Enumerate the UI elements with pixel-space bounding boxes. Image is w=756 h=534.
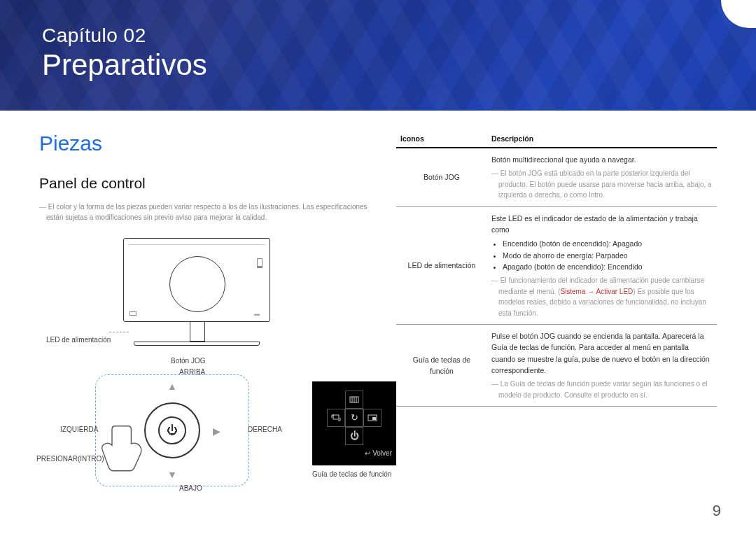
guide-refresh-icon: ↻: [345, 409, 363, 427]
chapter-banner: Capítulo 02 Preparativos: [0, 0, 756, 111]
label-right: DERECHA: [248, 426, 282, 433]
row-icon-label: Botón JOG: [396, 148, 487, 206]
row-icon-label: Guía de teclas de función: [396, 325, 487, 407]
subsection-heading: Panel de control: [39, 175, 368, 192]
arrow-right-icon: ▶: [213, 426, 220, 437]
return-icon: ↩: [365, 449, 370, 457]
page-number: 9: [713, 502, 721, 520]
spec-disclaimer-note: El color y la forma de las piezas pueden…: [39, 202, 368, 223]
guide-caption: Guía de teclas de función: [312, 470, 391, 478]
label-power-led: LED de alimentación: [46, 336, 111, 344]
icons-description-table: Iconos Descripción Botón JOG Botón multi…: [396, 132, 717, 407]
label-press: PRESIONAR(INTRO): [36, 455, 104, 463]
hand-pointer-icon: [99, 416, 148, 472]
power-icon: ⏻: [158, 416, 186, 444]
row-description: Botón multidireccional que ayuda a naveg…: [487, 148, 717, 206]
label-jog-button: Botón JOG: [171, 357, 205, 365]
label-left: IZQUIERDA: [60, 426, 98, 433]
control-panel-diagram: ▬ LED de alimentación Botón JOG ARRIBA ⏻…: [39, 238, 368, 497]
label-down: ABAJO: [179, 484, 202, 492]
guide-return-label: Volver: [372, 449, 392, 457]
monitor-back-illustration: ▬: [123, 238, 270, 322]
section-heading: Piezas: [39, 132, 368, 155]
guide-pip-icon: [363, 409, 382, 427]
chapter-label: Capítulo 02: [42, 24, 714, 47]
arrow-down-icon: ▼: [167, 469, 177, 480]
table-row: Guía de teclas de función Pulse el botón…: [396, 325, 717, 407]
guide-menu-icon: [345, 391, 363, 409]
page-curl-decor: [721, 0, 756, 28]
guide-power-icon: ⏻: [345, 427, 363, 445]
arrow-up-icon: ▲: [167, 381, 177, 392]
table-row: Botón JOG Botón multidireccional que ayu…: [396, 148, 717, 206]
chapter-title: Preparativos: [42, 48, 714, 82]
function-key-guide-preview: ↻ ⏻ ↩ Volver: [312, 381, 396, 465]
svg-rect-6: [372, 417, 376, 420]
col-icons: Iconos: [396, 132, 487, 148]
svg-rect-4: [333, 415, 339, 419]
table-row: LED de alimentación Este LED es el indic…: [396, 206, 717, 324]
guide-source-icon: [327, 409, 345, 427]
row-description: Pulse el botón JOG cuando se encienda la…: [487, 325, 717, 407]
row-description: Este LED es el indicador de estado de la…: [487, 206, 717, 324]
col-description: Descripción: [487, 132, 717, 148]
row-icon-label: LED de alimentación: [396, 206, 487, 324]
